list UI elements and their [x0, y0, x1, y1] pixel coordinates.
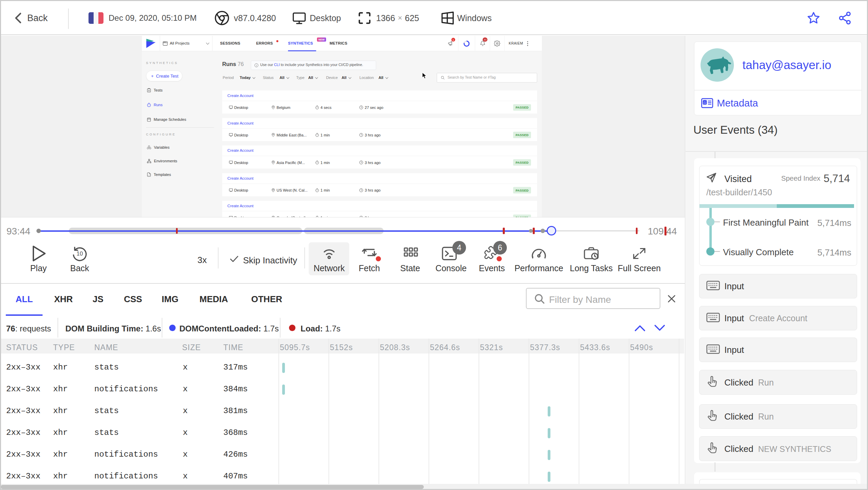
- svg-text:10: 10: [77, 250, 83, 257]
